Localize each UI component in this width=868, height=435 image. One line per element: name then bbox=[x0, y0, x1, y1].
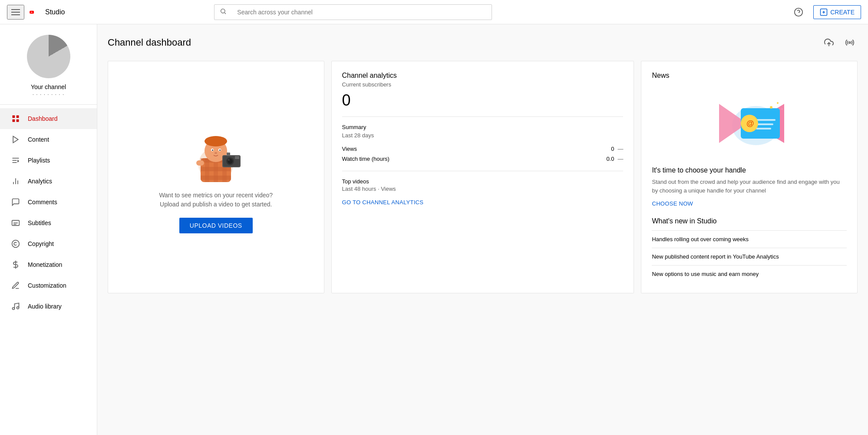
nav-left: Studio bbox=[7, 5, 65, 20]
sidebar-item-label: Subtitles bbox=[28, 219, 51, 226]
news-card: News @ bbox=[641, 61, 858, 293]
dashboard-icon bbox=[10, 113, 21, 124]
channel-name: Your channel bbox=[31, 83, 66, 90]
channel-info: Your channel · · · · · · · · · bbox=[0, 31, 97, 105]
views-label: Views bbox=[342, 146, 357, 152]
search-icon bbox=[215, 8, 232, 16]
help-button[interactable] bbox=[791, 4, 806, 20]
divider-2 bbox=[342, 171, 624, 171]
svg-point-62 bbox=[770, 106, 772, 109]
news-svg: @ bbox=[706, 86, 793, 156]
watch-time-dash: — bbox=[617, 156, 623, 162]
svg-point-28 bbox=[849, 42, 851, 43]
yt-logo[interactable]: Studio bbox=[30, 7, 65, 17]
nav-right: CREATE bbox=[791, 4, 861, 20]
search-bar[interactable] bbox=[214, 4, 492, 20]
youtube-icon bbox=[30, 7, 43, 17]
summary-period: Last 28 days bbox=[342, 132, 624, 139]
handle-title: It's time to choose your handle bbox=[652, 166, 847, 174]
views-dash: — bbox=[617, 146, 623, 152]
sidebar-item-copyright[interactable]: Copyright bbox=[0, 233, 97, 254]
sidebar-item-label: Monetization bbox=[28, 261, 62, 268]
svg-point-1 bbox=[221, 9, 225, 13]
news-card-title: News bbox=[652, 72, 847, 80]
sidebar-item-customization[interactable]: Customization bbox=[0, 275, 97, 296]
svg-rect-44 bbox=[196, 160, 204, 166]
svg-point-63 bbox=[777, 102, 779, 104]
sidebar-item-audio-library[interactable]: Audio library bbox=[0, 296, 97, 317]
copyright-icon bbox=[10, 239, 21, 249]
upload-description: Want to see metrics on your recent video… bbox=[159, 191, 273, 209]
camera-illustration bbox=[181, 121, 251, 191]
subtitles-icon bbox=[10, 218, 21, 228]
news-item-2: New published content report in YouTube … bbox=[652, 248, 847, 265]
playlists-icon bbox=[10, 155, 21, 166]
sidebar-item-label: Customization bbox=[28, 282, 66, 289]
svg-point-43 bbox=[215, 152, 217, 154]
whats-new-title: What's new in Studio bbox=[652, 217, 847, 225]
customization-icon bbox=[10, 280, 21, 291]
audio-library-icon bbox=[10, 301, 21, 312]
main-content: Channel dashboard bbox=[97, 24, 868, 435]
svg-marker-12 bbox=[13, 136, 18, 143]
sidebar-item-label: Audio library bbox=[28, 303, 62, 310]
whats-new-section: What's new in Studio Handles rolling out… bbox=[652, 217, 847, 282]
hamburger-button[interactable] bbox=[7, 5, 24, 20]
sidebar-item-analytics[interactable]: Analytics bbox=[0, 171, 97, 192]
cards-row: Want to see metrics on your recent video… bbox=[108, 61, 858, 293]
analytics-icon bbox=[10, 176, 21, 186]
live-button[interactable] bbox=[842, 35, 858, 50]
sidebar-item-label: Dashboard bbox=[28, 115, 58, 122]
search-input[interactable] bbox=[232, 9, 492, 16]
sidebar-item-label: Content bbox=[28, 136, 49, 143]
svg-rect-34 bbox=[205, 158, 209, 182]
news-illustration: @ bbox=[652, 86, 847, 156]
views-stat-row: Views 0 — bbox=[342, 144, 624, 154]
sidebar-item-content[interactable]: Content bbox=[0, 129, 97, 150]
summary-label: Summary bbox=[342, 124, 624, 130]
upload-button[interactable] bbox=[821, 35, 837, 50]
analytics-card-title: Channel analytics bbox=[342, 72, 624, 80]
monetization-icon bbox=[10, 259, 21, 270]
sidebar-item-label: Playlists bbox=[28, 157, 50, 164]
sidebar: Your channel · · · · · · · · · Dashboard… bbox=[0, 24, 97, 435]
svg-rect-58 bbox=[756, 123, 773, 125]
page-title: Channel dashboard bbox=[108, 37, 191, 48]
go-to-analytics-link[interactable]: GO TO CHANNEL ANALYTICS bbox=[342, 199, 424, 206]
watch-time-stat-row: Watch time (hours) 0.0 — bbox=[342, 154, 624, 164]
header-actions bbox=[821, 35, 858, 50]
svg-point-64 bbox=[781, 108, 783, 110]
sidebar-item-comments[interactable]: Comments bbox=[0, 192, 97, 213]
views-value: 0 — bbox=[611, 146, 623, 152]
studio-label: Studio bbox=[45, 8, 65, 16]
news-item-3: New options to use music and earn money bbox=[652, 265, 847, 282]
sidebar-item-label: Comments bbox=[28, 199, 57, 206]
sidebar-item-subtitles[interactable]: Subtitles bbox=[0, 213, 97, 233]
watch-time-label: Watch time (hours) bbox=[342, 156, 389, 162]
sidebar-item-playlists[interactable]: Playlists bbox=[0, 150, 97, 171]
top-nav: Studio CREATE bbox=[0, 0, 868, 24]
upload-videos-button[interactable]: UPLOAD VIDEOS bbox=[179, 218, 253, 233]
page-header: Channel dashboard bbox=[108, 35, 858, 50]
svg-point-42 bbox=[219, 149, 221, 151]
svg-point-41 bbox=[212, 149, 213, 151]
content-icon bbox=[10, 134, 21, 145]
svg-rect-59 bbox=[756, 128, 771, 130]
channel-sub: · · · · · · · · · bbox=[33, 91, 65, 97]
avatar bbox=[27, 35, 70, 78]
divider bbox=[342, 116, 624, 117]
sidebar-item-monetization[interactable]: Monetization bbox=[0, 254, 97, 275]
create-button[interactable]: CREATE bbox=[813, 5, 861, 19]
svg-rect-52 bbox=[235, 156, 239, 159]
svg-point-38 bbox=[205, 136, 227, 146]
svg-marker-16 bbox=[17, 159, 19, 163]
choose-now-link[interactable]: CHOOSE NOW bbox=[652, 200, 693, 207]
svg-rect-51 bbox=[227, 153, 230, 156]
svg-point-26 bbox=[17, 307, 19, 309]
top-videos-period: Last 48 hours · Views bbox=[342, 186, 624, 192]
sidebar-item-dashboard[interactable]: Dashboard bbox=[0, 108, 97, 129]
svg-rect-10 bbox=[13, 120, 15, 122]
comments-icon bbox=[10, 197, 21, 207]
top-videos-label: Top videos bbox=[342, 178, 624, 185]
svg-rect-8 bbox=[13, 116, 15, 118]
